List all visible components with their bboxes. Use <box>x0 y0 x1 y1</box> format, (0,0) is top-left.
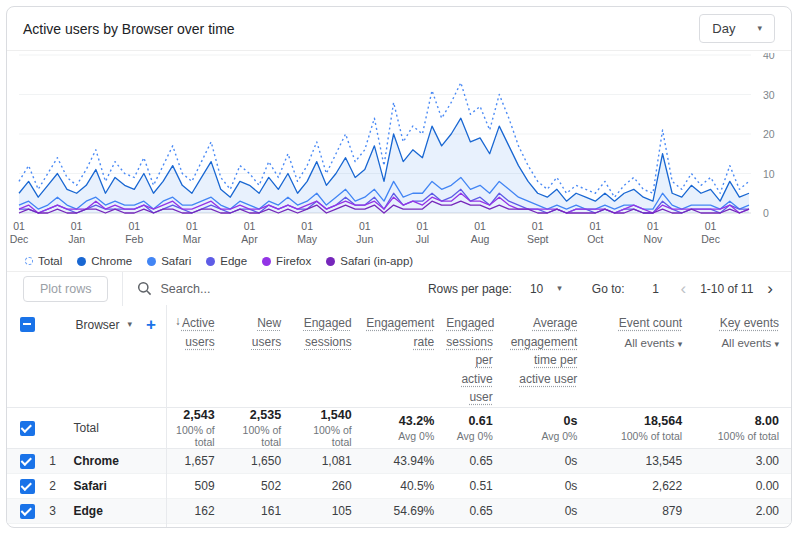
row-checkbox[interactable] <box>20 454 35 469</box>
table-toolbar: Plot rows Rows per page: 10 ▾ Go to: 1 ‹… <box>7 271 791 305</box>
column-header[interactable]: Engagement rate <box>364 305 447 407</box>
column-header[interactable]: Engaged sessions <box>293 305 364 407</box>
metric-value-cell: 1,025 <box>589 523 694 528</box>
x-axis-tick-month: Oct <box>587 233 603 245</box>
totals-subtext: 100% of total <box>694 430 779 442</box>
column-header-label: Average engagement time per active user <box>511 316 578 386</box>
browser-name: Firefox <box>73 523 166 528</box>
search-input[interactable] <box>160 282 380 296</box>
x-axis-tick-month: Jan <box>68 233 85 245</box>
y-axis-label: 10 <box>763 168 775 180</box>
metric-value-cell: 40.5% <box>364 473 447 498</box>
browser-name: Chrome <box>73 448 166 473</box>
table-row: 1Chrome1,6571,6501,08143.94%0.650s13,545… <box>7 448 791 473</box>
totals-value-cell: 18,564100% of total <box>589 407 694 448</box>
column-header-label: New users <box>252 316 281 349</box>
totals-subtext: 100% of total <box>293 424 352 448</box>
totals-subtext: Avg 0% <box>446 430 492 442</box>
metric-value-cell: 0.65 <box>446 498 504 523</box>
column-header[interactable]: Average engagement time per active user <box>505 305 590 407</box>
row-checkbox-cell <box>7 473 47 498</box>
x-axis-tick-day: 01 <box>128 220 140 232</box>
page-title: Active users by Browser over time <box>23 21 235 37</box>
metric-value-cell: 879 <box>589 498 694 523</box>
column-filter-select[interactable]: All events ▾ <box>589 337 682 349</box>
column-header-label: Key events <box>720 316 779 330</box>
totals-value: 1,540 <box>293 408 352 422</box>
row-checkbox[interactable] <box>20 421 35 436</box>
column-header[interactable]: New users <box>227 305 294 407</box>
rows-per-page-select[interactable]: 10 ▾ <box>530 282 562 296</box>
add-dimension-icon[interactable]: + <box>146 316 156 333</box>
plot-rows-button[interactable]: Plot rows <box>23 276 108 302</box>
totals-value-cell: 0sAvg 0% <box>505 407 590 448</box>
column-header-label: Engagement rate <box>366 316 434 349</box>
x-axis-tick-day: 01 <box>301 220 313 232</box>
legend-dot-icon <box>77 257 86 266</box>
totals-value: 43.2% <box>364 414 435 428</box>
column-header-label: Engaged sessions <box>304 316 352 349</box>
metric-value-cell: 0.00 <box>694 473 791 498</box>
metric-value-cell: 2,622 <box>589 473 694 498</box>
totals-subtext: 100% of total <box>227 424 282 448</box>
totals-value: 0.61 <box>446 414 492 428</box>
row-checkbox[interactable] <box>20 504 35 519</box>
interval-selector[interactable]: Day ▾ <box>699 14 775 43</box>
row-checkbox-cell <box>7 498 47 523</box>
select-all-checkbox[interactable] <box>20 317 35 332</box>
x-axis-tick-day: 01 <box>705 220 717 232</box>
next-page-icon[interactable]: › <box>763 280 777 297</box>
x-axis-tick-month: Nov <box>644 233 663 245</box>
metric-value-cell: 502 <box>227 473 294 498</box>
legend-label: Total <box>38 255 62 267</box>
metric-value-cell: 3.00 <box>694 448 791 473</box>
legend-label: Edge <box>220 255 247 267</box>
row-checkbox-cell <box>7 523 47 528</box>
legend-item: Safari <box>147 255 191 267</box>
metric-value-cell: 43.94% <box>364 448 447 473</box>
metric-value-cell: 0s <box>505 448 590 473</box>
column-header[interactable]: Key eventsAll events ▾ <box>694 305 791 407</box>
column-header[interactable]: ↓Active users <box>166 305 226 407</box>
previous-page-icon[interactable]: ‹ <box>677 280 691 297</box>
row-checkbox-cell <box>7 448 47 473</box>
totals-value-cell: 0.61Avg 0% <box>446 407 504 448</box>
legend-item: Chrome <box>77 255 132 267</box>
y-axis-label: 20 <box>763 128 775 140</box>
y-axis-label: 40 <box>763 53 775 61</box>
x-axis-tick-month: Sept <box>527 233 549 245</box>
metric-value-cell: 105 <box>293 498 364 523</box>
x-axis-tick-day: 01 <box>417 220 429 232</box>
timeseries-chart: 01020304001Dec01Jan01Feb01Mar01Apr01May0… <box>9 53 791 247</box>
totals-value-cell: 8.00100% of total <box>694 407 791 448</box>
row-rank: 2 <box>47 473 73 498</box>
x-axis-tick-month: Dec <box>701 233 720 245</box>
dimension-header[interactable]: Browser ▾ + <box>73 305 166 407</box>
row-checkbox[interactable] <box>20 479 35 494</box>
legend-item: Safari (in-app) <box>326 255 413 267</box>
metric-value-cell: 0s <box>505 473 590 498</box>
search-icon <box>137 281 152 296</box>
x-axis-tick-day: 01 <box>359 220 371 232</box>
column-header[interactable]: Event countAll events ▾ <box>589 305 694 407</box>
browser-metrics-table: Browser ▾ + ↓Active usersNew usersEngage… <box>7 305 791 528</box>
interval-value: Day <box>712 21 735 36</box>
x-axis-tick-month: Mar <box>183 233 202 245</box>
y-axis-label: 0 <box>763 207 769 219</box>
goto-page-input[interactable]: 1 <box>643 282 669 296</box>
metric-value-cell: 3.00 <box>694 523 791 528</box>
rank-header <box>47 305 73 407</box>
row-rank: 3 <box>47 498 73 523</box>
column-header[interactable]: Engaged sessions per active user <box>446 305 504 407</box>
toolbar-divider <box>122 272 123 306</box>
x-axis-tick-day: 01 <box>186 220 198 232</box>
totals-row: Total2,543100% of total2,535100% of tota… <box>7 407 791 448</box>
metric-value-cell: 69 <box>293 523 364 528</box>
totals-value: 8.00 <box>694 414 779 428</box>
column-filter-select[interactable]: All events ▾ <box>694 337 779 349</box>
column-header-label: Active users <box>182 316 215 349</box>
x-axis-tick-month: Jun <box>356 233 373 245</box>
chevron-down-icon: ▾ <box>757 24 762 33</box>
metric-value-cell: 1,081 <box>293 448 364 473</box>
rank-cell <box>47 407 73 448</box>
